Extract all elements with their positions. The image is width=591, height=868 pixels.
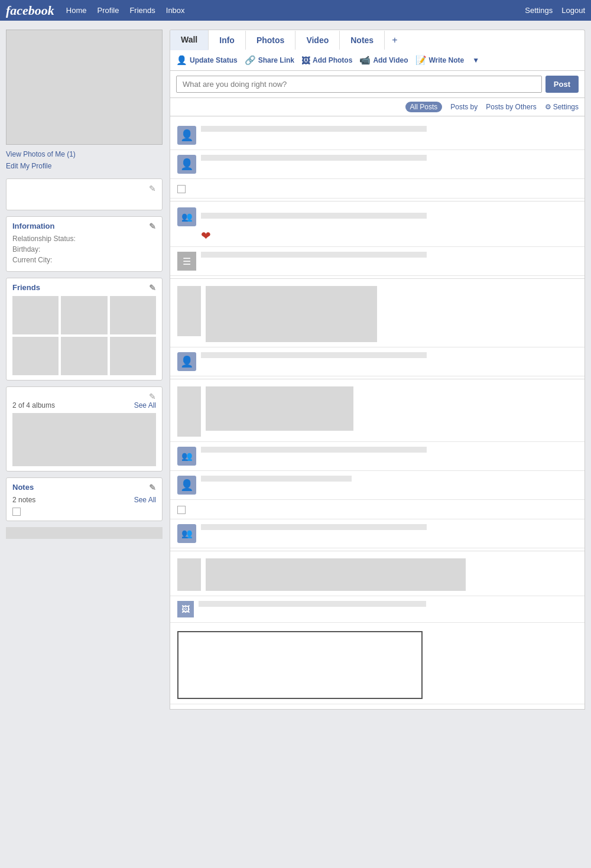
tab-info[interactable]: Info bbox=[209, 31, 246, 50]
video-icon: 📹 bbox=[359, 55, 371, 66]
post-line bbox=[201, 447, 427, 453]
post-line bbox=[199, 601, 426, 607]
profile-links: View Photos of Me (1) Edit My Profile bbox=[6, 148, 163, 173]
friend-thumb-3[interactable] bbox=[110, 296, 156, 334]
facebook-logo: facebook bbox=[6, 3, 54, 18]
tab-photos[interactable]: Photos bbox=[246, 31, 296, 50]
notes-box: Notes ✎ 2 notes See All bbox=[6, 477, 163, 521]
link-icon: 🔗 bbox=[245, 55, 256, 66]
nav-profile[interactable]: Profile bbox=[98, 6, 119, 15]
post-content bbox=[201, 155, 577, 164]
view-photos-link[interactable]: View Photos of Me (1) bbox=[6, 148, 163, 160]
section-divider bbox=[170, 278, 584, 279]
media-image-2 bbox=[206, 386, 353, 431]
share-link-btn[interactable]: 🔗 Share Link bbox=[245, 55, 294, 66]
albums-header: 2 of 4 albums See All bbox=[12, 401, 156, 409]
post-toolbar: 👤 Update Status 🔗 Share Link 🖼 Add Photo… bbox=[170, 50, 585, 71]
nav-home[interactable]: Home bbox=[66, 6, 87, 15]
post-button[interactable]: Post bbox=[545, 76, 579, 93]
tab-video[interactable]: Video bbox=[296, 31, 340, 50]
tab-add[interactable]: + bbox=[385, 30, 404, 50]
post-content bbox=[201, 252, 577, 261]
all-posts-filter[interactable]: All Posts bbox=[405, 102, 443, 112]
posts-by-others-filter[interactable]: Posts by Others bbox=[486, 103, 536, 111]
update-status-btn[interactable]: 👤 Update Status bbox=[176, 55, 238, 66]
avatar-icon: 👤 bbox=[177, 476, 196, 495]
posts-by-filter[interactable]: Posts by bbox=[450, 103, 478, 111]
tab-notes[interactable]: Notes bbox=[340, 31, 385, 50]
post-text-line bbox=[201, 155, 427, 161]
post-content bbox=[201, 126, 577, 135]
post-line bbox=[201, 213, 427, 219]
top-navigation: facebook Home Profile Friends Inbox Sett… bbox=[0, 0, 591, 21]
note-checkbox[interactable] bbox=[12, 508, 21, 516]
friend-thumb-2[interactable] bbox=[61, 296, 107, 334]
post-item: 👥 bbox=[170, 442, 584, 471]
add-video-btn[interactable]: 📹 Add Video bbox=[359, 55, 408, 66]
city-label: Current City: bbox=[12, 256, 52, 264]
notes-title: Notes bbox=[12, 483, 34, 492]
status-box: Post bbox=[170, 71, 585, 98]
status-input[interactable] bbox=[176, 76, 542, 93]
albums-edit-icon[interactable]: ✎ bbox=[149, 392, 156, 401]
information-edit-icon[interactable]: ✎ bbox=[149, 222, 156, 231]
media-thumb-3 bbox=[177, 558, 201, 591]
friends-title: Friends bbox=[12, 283, 40, 292]
heart-icon: ❤ bbox=[201, 229, 211, 243]
nav-inbox[interactable]: Inbox bbox=[166, 6, 185, 15]
post-content bbox=[201, 447, 577, 456]
avatar-icon: 👤 bbox=[177, 126, 196, 145]
group-icon-2: 👥 bbox=[177, 524, 196, 543]
albums-box: ✎ 2 of 4 albums See All bbox=[6, 386, 163, 472]
avatar-icon: 👤 bbox=[177, 155, 196, 174]
post-line bbox=[201, 352, 427, 358]
post-checkbox[interactable] bbox=[177, 185, 186, 193]
logout-link[interactable]: Logout bbox=[561, 6, 585, 15]
post-item bbox=[170, 500, 584, 519]
friend-thumb-6[interactable] bbox=[110, 337, 156, 375]
wide-media-image bbox=[206, 558, 466, 591]
post-item: 👤 bbox=[170, 150, 584, 179]
toolbar-dropdown-arrow[interactable]: ▼ bbox=[472, 56, 479, 64]
post-content bbox=[190, 184, 577, 193]
friends-edit-icon[interactable]: ✎ bbox=[149, 283, 156, 292]
relationship-row: Relationship Status: bbox=[12, 235, 156, 243]
birthday-label: Birthday: bbox=[12, 245, 40, 253]
albums-see-all[interactable]: See All bbox=[134, 401, 156, 409]
city-row: Current City: bbox=[12, 256, 156, 264]
post-item: ☰ bbox=[170, 247, 584, 276]
bio-box: ✎ bbox=[6, 178, 163, 210]
nav-friends[interactable]: Friends bbox=[129, 6, 155, 15]
add-photos-btn[interactable]: 🖼 Add Photos bbox=[301, 56, 352, 66]
note-icon: 📝 bbox=[415, 55, 427, 66]
profile-photo bbox=[6, 30, 163, 145]
post-content bbox=[199, 601, 577, 610]
friends-box: Friends ✎ bbox=[6, 278, 163, 381]
post-text-line bbox=[201, 126, 427, 132]
note-item-row bbox=[12, 508, 156, 516]
notes-see-all[interactable]: See All bbox=[134, 496, 156, 504]
post-item bbox=[170, 179, 584, 199]
post-item: 👤 bbox=[170, 471, 584, 500]
friend-thumb-1[interactable] bbox=[12, 296, 59, 334]
friend-thumb-4[interactable] bbox=[12, 337, 59, 375]
big-media-post bbox=[170, 281, 584, 347]
edit-profile-link[interactable]: Edit My Profile bbox=[6, 160, 163, 172]
bio-edit-icon[interactable]: ✎ bbox=[149, 184, 156, 193]
settings-link[interactable]: Settings bbox=[525, 6, 553, 15]
sidebar-bottom-bar bbox=[6, 527, 163, 539]
post-content bbox=[201, 476, 577, 485]
post-checkbox[interactable] bbox=[177, 506, 186, 514]
filter-settings[interactable]: ⚙ Settings bbox=[545, 103, 579, 111]
group-avatar-icon: 👥 bbox=[177, 207, 196, 226]
album-thumbnail[interactable] bbox=[12, 413, 156, 466]
notes-edit-icon[interactable]: ✎ bbox=[149, 483, 156, 492]
post-item: 👤 bbox=[170, 121, 584, 150]
photo-inline-icon: 🖼 bbox=[177, 601, 194, 617]
write-note-btn[interactable]: 📝 Write Note bbox=[415, 55, 465, 66]
friend-thumb-5[interactable] bbox=[61, 337, 107, 375]
tab-wall[interactable]: Wall bbox=[170, 30, 209, 50]
big-media-post-2 bbox=[170, 382, 584, 442]
media-thumb-2 bbox=[177, 386, 201, 437]
sidebar: View Photos of Me (1) Edit My Profile ✎ … bbox=[6, 30, 163, 710]
